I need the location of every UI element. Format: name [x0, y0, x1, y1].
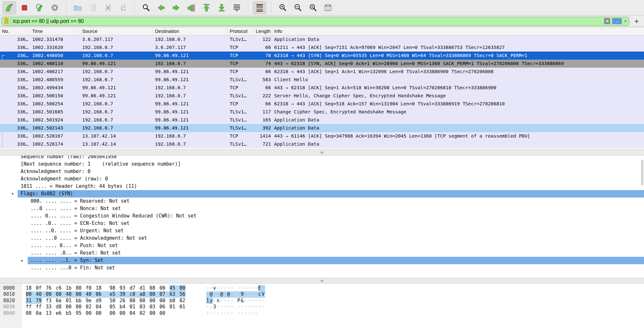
detail-text: .... 0... .... = Congestion Window Reduc…	[31, 212, 197, 220]
cell-destination: 192.168.0.7	[153, 35, 228, 43]
open-file-button[interactable]	[71, 1, 84, 14]
hex-row[interactable]: 0040080a13e6b5950000000004020000········…	[0, 310, 644, 316]
go-to-top-button[interactable]	[200, 1, 213, 14]
col-header-no[interactable]: No.	[0, 28, 30, 34]
packet-row[interactable]: 336…1002.480559192.168.0.799.86.49.121TL…	[0, 76, 644, 84]
detail-row[interactable]: .... .... 0... = Push: Not set	[0, 242, 644, 249]
zoom-in-button[interactable]	[276, 1, 289, 14]
detail-row[interactable]: .... 0... .... = Congestion Window Reduc…	[0, 212, 644, 220]
hex-row[interactable]: 0000180f76c61b80f0189893d7d108004500··v·…	[0, 285, 644, 291]
collapse-icon[interactable]: ▼	[12, 190, 14, 198]
cell-time: 1002.500150	[30, 92, 80, 100]
detail-row[interactable]: ...0 .... .... = Nonce: Not set	[0, 205, 644, 212]
start-capture-button[interactable]	[3, 1, 16, 14]
close-file-button[interactable]	[101, 1, 115, 14]
zoom-reset-button[interactable]	[306, 1, 320, 14]
capture-options-button[interactable]	[48, 1, 62, 14]
col-header-destination[interactable]: Destination	[153, 28, 228, 34]
filter-divider	[11, 18, 11, 24]
packet-row[interactable]: 336…1002.49943499.86.49.121192.168.0.7TC…	[0, 84, 644, 92]
apply-filter-button[interactable]: →	[612, 18, 622, 24]
go-forward-button[interactable]	[169, 1, 183, 14]
restart-capture-button[interactable]	[33, 1, 46, 14]
packet-row[interactable]: 336…1002.501924192.168.0.799.86.49.121TL…	[0, 116, 644, 124]
zoom-out-button[interactable]	[291, 1, 304, 14]
pane-splitter-bottom[interactable]	[0, 278, 644, 284]
clear-filter-button[interactable]: ✕	[604, 18, 610, 24]
cell-no: 336…	[0, 92, 30, 100]
packet-details-pane: Sequence number (raw): 2665041958[Next s…	[0, 156, 644, 278]
cell-no: 336…	[0, 116, 30, 124]
col-header-protocol[interactable]: Protocol	[228, 28, 254, 34]
hex-ascii: 1y·n····P&······	[206, 298, 265, 304]
cell-time: 1002.480217	[30, 68, 80, 76]
col-header-length[interactable]: Length	[254, 28, 272, 34]
detail-text: .... .0.. .... = ECN-Echo: Not set	[31, 220, 130, 227]
hex-row[interactable]: 0030ffff33d80000020405b4010303060101··3·…	[0, 304, 644, 310]
detail-row[interactable]: Sequence number (raw): 2665041958	[0, 156, 644, 160]
detail-row[interactable]: Acknowledgment number (raw): 0	[0, 175, 644, 183]
bookmark-icon[interactable]	[4, 18, 9, 24]
cell-destination: 99.86.49.121	[153, 124, 228, 132]
resize-columns-button[interactable]	[321, 1, 335, 14]
expand-icon[interactable]: ▶	[21, 257, 23, 264]
save-file-button[interactable]: 011010110110	[86, 1, 100, 14]
detail-row[interactable]: .... ..0. .... = Urgent: Not set	[0, 227, 644, 235]
detail-row[interactable]: 000. .... .... = Reserved: Not set	[0, 198, 644, 205]
cell-protocol: TCP	[228, 84, 254, 92]
find-packet-button[interactable]	[139, 1, 153, 14]
detail-row[interactable]: .... ...0 .... = Acknowledgment: Not set	[0, 235, 644, 242]
cell-protocol: TLSv1…	[228, 116, 254, 124]
packet-row[interactable]: 336…1002.331620192.168.0.73.6.207.117TCP…	[0, 43, 644, 52]
detail-row[interactable]: .... .... .0.. = Reset: Not set	[0, 249, 644, 257]
packet-row[interactable]: 336…1002.3314783.6.207.117192.168.0.7TLS…	[0, 35, 644, 43]
pane-splitter-top[interactable]	[0, 149, 644, 156]
cell-info: 61211 → 443 [ACK] Seq=7151 Ack=97069 Win…	[272, 43, 644, 52]
hex-offset: 0030	[3, 304, 15, 310]
stop-capture-button[interactable]	[18, 1, 31, 14]
detail-row[interactable]: .... .... ...0 = Fin: Not set	[0, 264, 644, 272]
svg-text:0110: 0110	[91, 9, 95, 11]
cell-protocol: TCP	[228, 132, 254, 140]
hex-row[interactable]: 00203179f36e01bb9ed9502600000000b0021y·n…	[0, 298, 644, 304]
col-header-info[interactable]: Info	[272, 28, 644, 34]
detail-text: .... .... ...0 = Fin: Not set	[31, 264, 115, 272]
cell-destination: 3.6.207.117	[153, 43, 228, 52]
packet-row[interactable]: 336…1002.500254192.168.0.799.86.49.121TC…	[0, 100, 644, 108]
detail-row[interactable]: Acknowledgment number: 0	[0, 168, 644, 175]
add-filter-button[interactable]: +	[632, 17, 641, 25]
filter-dropdown-caret[interactable]: ▾	[624, 19, 626, 23]
display-filter-field[interactable]: tcp.port == 80 || udp.port == 80 ✕ → ▾	[1, 17, 629, 26]
col-header-source[interactable]: Source	[80, 28, 153, 34]
packet-row[interactable]: 336…1002.448050192.168.0.799.86.49.121TC…	[0, 52, 644, 60]
go-back-button[interactable]	[154, 1, 168, 14]
packet-row[interactable]: 336…1002.48011099.86.49.121192.168.0.7TC…	[0, 60, 644, 68]
hex-row[interactable]: 00100040000040004006e539c0a800076356·@··…	[0, 291, 644, 297]
filter-input[interactable]: tcp.port == 80 || udp.port == 80	[13, 18, 602, 24]
detail-row[interactable]: 1011 .... = Header Length: 44 bytes (11)	[0, 183, 644, 190]
colorize-packets-button[interactable]	[253, 1, 266, 14]
details-scrollbar-thumb[interactable]	[641, 159, 643, 185]
detail-row[interactable]: ▼Flags: 0x002 (SYN)	[0, 190, 644, 198]
packet-row[interactable]: 336…1002.52817413.107.42.14192.168.0.7TL…	[0, 140, 644, 148]
cell-protocol: TLSv1…	[228, 124, 254, 132]
detail-row[interactable]: ▶.... .... ..1. = Syn: Set	[0, 257, 644, 264]
col-header-time[interactable]: Time	[30, 28, 80, 34]
cell-info: 443 → 62318 [ACK] Seq=1 Ack=518 Win=3020…	[272, 84, 644, 92]
reload-file-button[interactable]	[116, 1, 130, 14]
cell-source: 99.86.49.121	[80, 84, 153, 92]
auto-scroll-button[interactable]	[230, 1, 244, 14]
detail-row[interactable]: [Next sequence number: 1 (relative seque…	[0, 160, 644, 168]
cell-protocol: TLSv1…	[228, 76, 254, 84]
packet-row[interactable]: 336…1002.502143192.168.0.799.86.49.121TL…	[0, 124, 644, 132]
packet-row[interactable]: 336…1002.480217192.168.0.799.86.49.121TC…	[0, 68, 644, 76]
cell-info: Server Hello, Change Cipher Spec, Encryp…	[272, 92, 644, 100]
packet-row[interactable]: 336…1002.50015099.86.49.121192.168.0.7TL…	[0, 92, 644, 100]
detail-row[interactable]: .... .0.. .... = ECN-Echo: Not set	[0, 220, 644, 227]
cell-source: 13.107.42.14	[80, 132, 153, 140]
packet-row[interactable]: 336…1002.52816713.107.42.14192.168.0.7TC…	[0, 132, 644, 140]
go-to-packet-button[interactable]	[185, 1, 198, 14]
go-to-bottom-button[interactable]	[215, 1, 228, 14]
packet-row[interactable]: 336…1002.501685192.168.0.799.86.49.121TL…	[0, 108, 644, 116]
cell-source: 99.86.49.121	[80, 92, 153, 100]
